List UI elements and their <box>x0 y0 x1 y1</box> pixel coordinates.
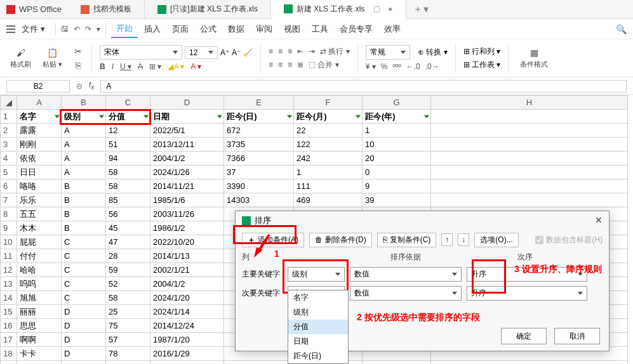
cell[interactable]: 94 <box>106 152 150 166</box>
cell[interactable]: B <box>62 221 106 235</box>
font-size-select[interactable]: 12 <box>185 46 218 59</box>
convert-button[interactable]: ⊕ 转换 ▾ <box>418 47 448 58</box>
col-header[interactable]: F <box>294 96 363 110</box>
justify-icon[interactable]: ≣ <box>297 60 303 69</box>
cell[interactable]: 啊啊 <box>17 333 62 347</box>
worksheet-button[interactable]: ⊞ 工作表 ▾ <box>463 60 501 70</box>
cell[interactable]: 122 <box>294 138 363 152</box>
cell[interactable]: 日日 <box>17 166 62 179</box>
cell[interactable]: D <box>62 305 106 319</box>
percent-icon[interactable]: % <box>381 62 388 71</box>
maximize-tab-icon[interactable]: ▢ <box>373 4 380 13</box>
cell[interactable]: 12 <box>106 124 150 138</box>
cell[interactable]: 45 <box>106 221 150 235</box>
cell[interactable]: 旭旭 <box>17 291 62 305</box>
clear-format-icon[interactable]: 🧹 <box>243 48 253 57</box>
zoom-fx-icon[interactable]: ⊖ <box>76 82 83 91</box>
row-header[interactable]: 15 <box>1 305 17 319</box>
filter-icon[interactable] <box>143 115 149 118</box>
col-header[interactable]: E <box>224 96 294 110</box>
cell[interactable]: 丽丽 <box>17 305 62 319</box>
cell[interactable]: 咯咯 <box>17 179 62 193</box>
tab-sheet-readonly[interactable]: [只读]新建 XLS 工作表.xls <box>145 0 271 19</box>
undo-icon[interactable]: ↶ <box>74 25 80 34</box>
cell[interactable]: B <box>62 179 106 193</box>
column-header-cell[interactable]: 距今(月) <box>294 110 363 124</box>
has-header-checkbox[interactable]: 数据包含标题(H) <box>535 235 603 245</box>
row-header[interactable]: 5 <box>1 166 17 179</box>
row-header[interactable]: 10 <box>1 235 17 249</box>
cell[interactable]: 思思 <box>17 319 62 333</box>
copy-condition-button[interactable]: ⎘ 复制条件(C) <box>377 233 437 247</box>
cell[interactable]: 1 <box>363 124 431 138</box>
cell[interactable]: 2024/1/14 <box>150 305 224 319</box>
cell[interactable]: 47 <box>106 235 150 249</box>
menu-home[interactable]: 开始 <box>111 20 138 38</box>
dropdown-item[interactable]: 距今(日) <box>288 349 348 363</box>
cell[interactable]: 57 <box>106 333 150 347</box>
copy-icon[interactable]: ⎘ <box>72 60 84 71</box>
cell[interactable]: 0 <box>363 166 431 179</box>
col-header[interactable]: G <box>363 96 431 110</box>
cell[interactable]: D <box>62 347 106 361</box>
indent-dec-icon[interactable]: ⇤ <box>297 47 303 56</box>
row-header[interactable]: 2 <box>1 124 17 138</box>
cell[interactable]: 85 <box>106 193 150 207</box>
dropdown-item[interactable]: 级别 <box>288 305 348 320</box>
cell[interactable]: 37 <box>224 166 294 179</box>
decrease-font-icon[interactable]: A⁻ <box>232 48 241 57</box>
cell[interactable]: B <box>62 207 106 221</box>
dec-inc-icon[interactable]: ←.0 <box>406 62 420 71</box>
field-dropdown[interactable]: 名字 级别 分值 日期 距今(日) <box>288 290 349 364</box>
cell[interactable]: 呜呜 <box>17 277 62 291</box>
close-tab-icon[interactable]: ● <box>388 4 392 13</box>
filter-icon[interactable] <box>99 115 104 118</box>
wrap-button[interactable]: ⇄ 换行 ▾ <box>320 46 350 57</box>
row-header[interactable]: 11 <box>1 249 17 263</box>
row-header[interactable]: 6 <box>1 179 17 193</box>
column-header-cell[interactable]: 级别 <box>62 110 106 124</box>
align-right-icon[interactable]: ≡ <box>288 60 292 69</box>
filter-icon[interactable] <box>424 115 429 118</box>
cell[interactable]: 露露 <box>17 124 62 138</box>
cell[interactable]: 58 <box>106 179 150 193</box>
cell[interactable]: 22 <box>294 124 363 138</box>
name-box[interactable]: B2 <box>6 80 70 93</box>
tab-sheet-active[interactable]: 新建 XLS 工作表.xls ▢ ● <box>271 0 406 19</box>
search-icon[interactable]: 🔍 <box>616 24 627 34</box>
cell[interactable]: 78 <box>106 347 150 361</box>
more-qat-icon[interactable]: ▾ <box>97 25 100 34</box>
col-header[interactable]: D <box>150 96 224 110</box>
cell[interactable]: 1987/1/20 <box>150 333 224 347</box>
cell[interactable]: A <box>62 152 106 166</box>
cell[interactable]: 1 <box>294 166 363 179</box>
cell[interactable]: 卡卡 <box>17 347 62 361</box>
cond-format-button[interactable]: ▦条件格式 <box>516 46 552 70</box>
cell[interactable]: 111 <box>294 179 363 193</box>
move-down-button[interactable]: ↓ <box>458 233 469 246</box>
filter-icon[interactable] <box>287 115 292 118</box>
increase-font-icon[interactable]: A⁺ <box>220 48 229 57</box>
cell[interactable]: 58 <box>106 291 150 305</box>
cell[interactable]: A <box>62 138 106 152</box>
row-header[interactable]: 7 <box>1 193 17 207</box>
col-header[interactable]: A <box>17 96 62 110</box>
hamburger-icon[interactable] <box>6 25 15 33</box>
column-header-cell[interactable]: 名字 <box>17 110 62 124</box>
cell[interactable]: 75 <box>106 319 150 333</box>
underline-button[interactable]: U ▾ <box>120 62 131 71</box>
row-header[interactable]: 18 <box>1 347 17 361</box>
primary-field-select[interactable]: 级别 <box>288 267 345 282</box>
bold-button[interactable]: B <box>100 62 105 71</box>
cell[interactable]: 25 <box>106 305 150 319</box>
currency-icon[interactable]: ¥ ▾ <box>366 62 376 71</box>
cell[interactable]: 20 <box>363 152 431 166</box>
cell[interactable]: C <box>62 277 106 291</box>
cell[interactable]: 28 <box>106 249 150 263</box>
new-tab-button[interactable]: + ▾ <box>406 3 438 15</box>
row-header[interactable]: 16 <box>1 319 17 333</box>
cell[interactable]: 59 <box>106 263 150 277</box>
dec-dec-icon[interactable]: .0→ <box>425 62 439 71</box>
menu-member[interactable]: 会员专享 <box>335 21 378 37</box>
cell[interactable]: 2013/12/11 <box>150 138 224 152</box>
